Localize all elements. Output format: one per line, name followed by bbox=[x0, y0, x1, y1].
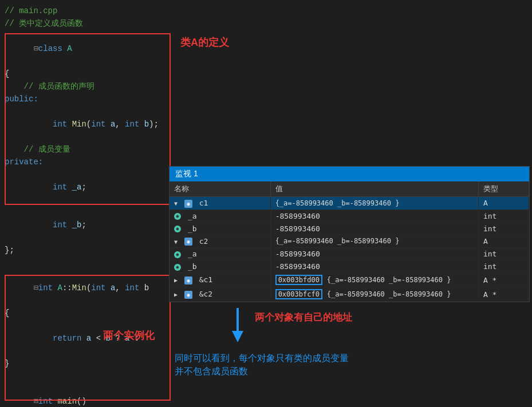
c2-label: c2 bbox=[199, 237, 208, 246]
table-row[interactable]: ▼ ◉ c2 {_a=-858993460 _b=-858993460 } A bbox=[170, 235, 529, 248]
code-editor: // main.cpp // 类中定义成员函数 ⊟class A { // 成员… bbox=[0, 0, 178, 407]
c2-a-name-cell: ◉ _a bbox=[170, 248, 270, 260]
annotation-area: 两个对象有自己的地址 同时可以看到，每个对象只有类的成员变量 并不包含成员函数 bbox=[169, 303, 530, 378]
c2-a-type-cell: int bbox=[478, 248, 529, 260]
c2-addr-value-suffix: {_a=-858993460 _b=-858993460 } bbox=[327, 290, 451, 298]
col-name: 名称 bbox=[170, 181, 270, 197]
watch-panel: 监视 1 名称 值 类型 ▼ ◉ c1 {_a=-858993460 _b=-8… bbox=[169, 166, 530, 302]
c2-a-label: _a bbox=[188, 250, 197, 258]
c2-b-value-cell: -858993460 bbox=[270, 260, 478, 273]
collapse-icon-class[interactable]: ⊟ bbox=[33, 44, 38, 53]
c2-addr-icon: ◉ bbox=[184, 291, 192, 299]
c1-addr-label: &c1 bbox=[199, 275, 212, 284]
c2-a-value-cell: -858993460 bbox=[270, 248, 478, 260]
address-annotation: 两个对象有自己的地址 bbox=[255, 311, 352, 324]
c1-b-icon: ◉ bbox=[174, 226, 181, 232]
c2-b-icon: ◉ bbox=[174, 264, 181, 271]
c1-a-label: _a bbox=[188, 212, 197, 220]
member-label-2: 并不包含成员函数 bbox=[175, 366, 530, 378]
collapse-icon-main[interactable]: ⊟ bbox=[33, 397, 38, 406]
c1-var-icon: ◉ bbox=[184, 200, 192, 208]
var-b-line: int _b; bbox=[0, 206, 178, 244]
c2-addr-label: &c2 bbox=[199, 290, 212, 298]
c2-b-type-cell: int bbox=[478, 260, 529, 273]
c1-b-value-cell: -858993460 bbox=[270, 222, 478, 235]
collapse-icon-min[interactable]: ⊟ bbox=[33, 283, 38, 293]
table-row[interactable]: ◉ _b -858993460 int bbox=[170, 222, 529, 235]
table-row[interactable]: ◉ _a -858993460 int bbox=[170, 210, 529, 222]
member-label-1: 同时可以看到，每个对象只有类的成员变量 bbox=[175, 350, 530, 366]
public-line: public: bbox=[0, 93, 178, 105]
table-row[interactable]: ◉ _a -858993460 int bbox=[170, 248, 529, 260]
c1-addr-icon: ◉ bbox=[184, 276, 192, 284]
c2-addr-type-cell: A * bbox=[478, 287, 529, 302]
main-function: ⊟int main() bbox=[0, 382, 178, 407]
col-type: 类型 bbox=[478, 181, 529, 197]
c1-addr-type-cell: A * bbox=[478, 273, 529, 287]
c1-b-name-cell: ◉ _b bbox=[170, 222, 270, 235]
comment-line-1: // main.cpp bbox=[0, 5, 178, 17]
c2-name-cell: ▼ ◉ c2 bbox=[170, 235, 270, 248]
brace-close-2: } bbox=[0, 357, 178, 370]
table-row[interactable]: ◉ _b -858993460 int bbox=[170, 260, 529, 273]
c1-label: c1 bbox=[199, 199, 208, 207]
min-declaration: int Min(int a, int b); bbox=[0, 105, 178, 143]
table-row[interactable]: ▶ ◉ &c1 0x003bfd00 {_a=-858993460 _b=-85… bbox=[170, 273, 529, 287]
table-row[interactable]: ▶ ◉ &c2 0x003bfcf0 {_a=-858993460 _b=-85… bbox=[170, 287, 529, 302]
address-label: 两个对象有自己的地址 bbox=[255, 312, 352, 323]
c1-a-name-cell: ◉ _a bbox=[170, 210, 270, 222]
c1-a-value-cell: -858993460 bbox=[270, 210, 478, 222]
c2-a-icon: ◉ bbox=[174, 251, 181, 258]
c1-value-cell: {_a=-858993460 _b=-858993460 } bbox=[270, 197, 478, 210]
c1-a-type-cell: int bbox=[478, 210, 529, 222]
private-line: private: bbox=[0, 156, 178, 168]
empty-line-1 bbox=[0, 256, 178, 269]
comment-member-var: // 成员变量 bbox=[0, 143, 178, 156]
c1-name-cell: ▼ ◉ c1 bbox=[170, 197, 270, 210]
arrow-shaft bbox=[237, 308, 239, 331]
arrow-group bbox=[232, 308, 243, 342]
c1-b-type-cell: int bbox=[478, 222, 529, 235]
c1-addr-value-cell: 0x003bfd00 {_a=-858993460 _b=-858993460 … bbox=[270, 273, 478, 287]
c2-addr-name-cell: ▶ ◉ &c2 bbox=[170, 287, 270, 302]
instances-annotation: 两个实例化 bbox=[103, 329, 155, 342]
brace-open-1: { bbox=[0, 68, 178, 80]
watch-header-row: 名称 值 类型 bbox=[170, 181, 529, 197]
c1-addr-value-box: 0x003bfd00 bbox=[275, 275, 322, 285]
member-annotation: 同时可以看到，每个对象只有类的成员变量 并不包含成员函数 bbox=[169, 350, 530, 378]
c2-addr-expand-icon[interactable]: ▶ bbox=[174, 291, 178, 298]
c2-b-name-cell: ◉ _b bbox=[170, 260, 270, 273]
c1-addr-expand-icon[interactable]: ▶ bbox=[174, 277, 178, 283]
c1-addr-value-suffix: {_a=-858993460 _b=-858993460 } bbox=[327, 276, 451, 284]
c2-b-label: _b bbox=[188, 262, 197, 271]
class-a-line: ⊟class A bbox=[0, 30, 178, 68]
arrow-down-icon bbox=[232, 331, 243, 342]
empty-line-2 bbox=[0, 370, 178, 382]
c2-value-cell: {_a=-858993460 _b=-858993460 } bbox=[270, 235, 478, 248]
c2-var-icon: ◉ bbox=[184, 238, 192, 246]
c2-addr-value-cell: 0x003bfcf0 {_a=-858993460 _b=-858993460 … bbox=[270, 287, 478, 302]
c1-a-icon: ◉ bbox=[174, 213, 181, 220]
col-value: 值 bbox=[270, 181, 478, 197]
min-definition: ⊟int A::Min(int a, int b bbox=[0, 269, 178, 307]
c1-type-cell: A bbox=[478, 197, 529, 210]
watch-table: 名称 值 类型 ▼ ◉ c1 {_a=-858993460 _b=-858993… bbox=[170, 181, 529, 302]
comment-line-2: // 类中定义成员函数 bbox=[0, 17, 178, 30]
comment-member-func: // 成员函数的声明 bbox=[0, 80, 178, 93]
arrow-container: 两个对象有自己的地址 bbox=[169, 308, 530, 342]
c1-b-label: _b bbox=[188, 224, 197, 233]
c1-addr-name-cell: ▶ ◉ &c1 bbox=[170, 273, 270, 287]
brace-open-2: { bbox=[0, 307, 178, 319]
c1-expand-icon[interactable]: ▼ bbox=[174, 200, 178, 207]
class-close-line: }; bbox=[0, 244, 178, 256]
c2-type-cell: A bbox=[478, 235, 529, 248]
c2-expand-icon[interactable]: ▼ bbox=[174, 239, 178, 245]
c2-addr-value-box: 0x003bfcf0 bbox=[275, 289, 322, 299]
var-a-line: int _a; bbox=[0, 168, 178, 206]
table-row[interactable]: ▼ ◉ c1 {_a=-858993460 _b=-858993460 } A bbox=[170, 197, 529, 210]
class-a-annotation: 类A的定义 bbox=[180, 35, 229, 49]
watch-title: 监视 1 bbox=[170, 167, 529, 181]
